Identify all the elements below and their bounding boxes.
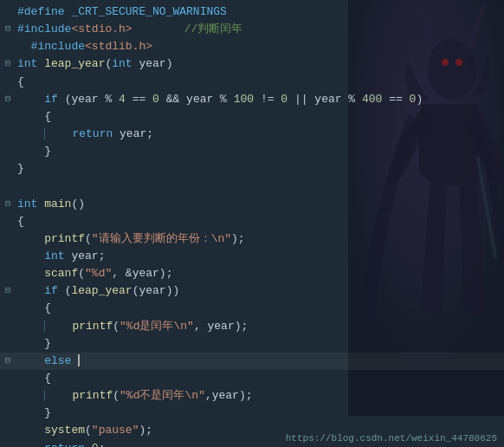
token: int [44, 249, 64, 262]
code-content-8: return year; [16, 126, 504, 143]
code-content-22: { [16, 370, 504, 387]
token: leap_year [44, 57, 105, 70]
token: int [17, 57, 37, 70]
code-content-19: printf("%d是闰年\n", year); [16, 318, 504, 335]
token: #include [31, 40, 85, 53]
code-content-23: printf("%d不是闰年\n",year); [16, 387, 504, 405]
token: scanf [44, 267, 78, 280]
code-content-15: int year; [16, 248, 504, 265]
line-16: scanf("%d", &year); [0, 265, 504, 282]
line-5: { [0, 74, 504, 91]
token: "%d" [85, 267, 112, 280]
line-13: { [0, 213, 504, 230]
line-6: ⊟ if (year % 4 == 0 && year % 100 != 0 |… [0, 91, 504, 108]
line-15: int year; [0, 248, 504, 265]
line-12: ⊟ int main() [0, 196, 504, 213]
fold-gutter-24 [0, 405, 16, 405]
fold-gutter-21[interactable]: ⊟ [0, 353, 16, 368]
fold-gutter-13 [0, 213, 16, 214]
token: 0 [152, 93, 159, 106]
code-content-21: else [16, 353, 504, 370]
code-editor: #define _CRT_SECURE_NO_WARNINGS ⊟ #inclu… [0, 0, 504, 447]
token: if [44, 93, 58, 106]
token: 100 [234, 93, 254, 106]
code-content-12: int main() [16, 196, 504, 213]
line-17: ⊟ if (leap_year(year)) [0, 282, 504, 300]
code-content-16: scanf("%d", &year); [16, 265, 504, 282]
token: <stdio.h> [71, 23, 132, 36]
token: int [112, 57, 132, 70]
token: "请输入要判断的年份：\n" [92, 232, 231, 245]
fold-gutter-22 [0, 370, 16, 371]
code-content-4: int leap_year(int year) [16, 55, 504, 73]
token: int [17, 198, 37, 211]
fold-gutter-7 [0, 108, 16, 109]
line-23: printf("%d不是闰年\n",year); [0, 387, 504, 405]
line-4: ⊟ int leap_year(int year) [0, 55, 504, 73]
line-11 [0, 178, 504, 195]
line-3: #include<stdlib.h> [0, 38, 504, 55]
text-cursor [78, 354, 80, 366]
token: 0 [410, 93, 417, 106]
fold-gutter-17[interactable]: ⊟ [0, 282, 16, 298]
code-content-13: { [16, 213, 504, 230]
fold-gutter-1 [0, 3, 16, 4]
line-19: printf("%d是闰年\n", year); [0, 318, 504, 335]
line-24: } [0, 405, 504, 422]
fold-gutter-19 [0, 318, 16, 319]
fold-gutter-8 [0, 126, 16, 126]
token: 4 [119, 93, 126, 106]
blog-url: https://blog.csdn.net/weixin_44780625 [286, 433, 497, 444]
code-content-17: if (leap_year(year)) [16, 282, 504, 300]
token: <stdlib.h> [85, 40, 152, 53]
code-lines: #define _CRT_SECURE_NO_WARNINGS ⊟ #inclu… [0, 0, 504, 447]
token: #define _CRT_SECURE_NO_WARNINGS [17, 5, 227, 18]
line-1: #define _CRT_SECURE_NO_WARNINGS [0, 3, 504, 21]
line-14: printf("请输入要判断的年份：\n"); [0, 230, 504, 248]
code-content-6: if (year % 4 == 0 && year % 100 != 0 || … [16, 91, 504, 108]
line-10: } [0, 160, 504, 178]
fold-gutter-25 [0, 422, 16, 423]
fold-gutter-5 [0, 74, 16, 74]
token: printf [72, 389, 113, 402]
code-content-11 [16, 178, 504, 195]
token: //判断闰年 [184, 23, 243, 36]
line-7: { [0, 108, 504, 126]
code-content-1: #define _CRT_SECURE_NO_WARNINGS [16, 3, 504, 21]
token: printf [72, 320, 113, 333]
token: "%d不是闰年\n" [120, 389, 205, 402]
code-content-24: } [16, 405, 504, 422]
code-content-3: #include<stdlib.h> [16, 38, 504, 55]
fold-gutter-10 [0, 160, 16, 161]
fold-gutter-12[interactable]: ⊟ [0, 196, 16, 211]
code-content-10: } [16, 160, 504, 178]
code-content-5: { [16, 74, 504, 91]
token: 400 [362, 93, 382, 106]
fold-gutter-9 [0, 143, 16, 144]
code-content-20: } [16, 335, 504, 353]
code-content-9: } [16, 143, 504, 160]
token: main [44, 198, 71, 211]
line-20: } [0, 335, 504, 353]
code-content-7: { [16, 108, 504, 126]
fold-gutter-15 [0, 248, 16, 249]
fold-gutter-6[interactable]: ⊟ [0, 91, 16, 107]
token: return [72, 127, 113, 140]
token: #include [17, 23, 71, 36]
token: else [44, 354, 71, 367]
fold-gutter-14 [0, 230, 16, 231]
fold-gutter-23 [0, 387, 16, 388]
token: "%d是闰年\n" [120, 320, 194, 333]
line-21: ⊟ else [0, 353, 504, 370]
fold-gutter-3 [0, 38, 16, 39]
fold-gutter-20 [0, 335, 16, 336]
fold-gutter-16 [0, 265, 16, 266]
fold-gutter-2[interactable]: ⊟ [0, 21, 16, 36]
code-content-14: printf("请输入要判断的年份：\n"); [16, 230, 504, 248]
bottom-bar: https://blog.csdn.net/weixin_44780625 [0, 430, 504, 447]
fold-gutter-4[interactable]: ⊟ [0, 55, 16, 71]
line-9: } [0, 143, 504, 160]
fold-gutter-11 [0, 178, 16, 178]
line-2: ⊟ #include<stdio.h>//判断闰年 [0, 21, 504, 38]
fold-gutter-18 [0, 300, 16, 301]
